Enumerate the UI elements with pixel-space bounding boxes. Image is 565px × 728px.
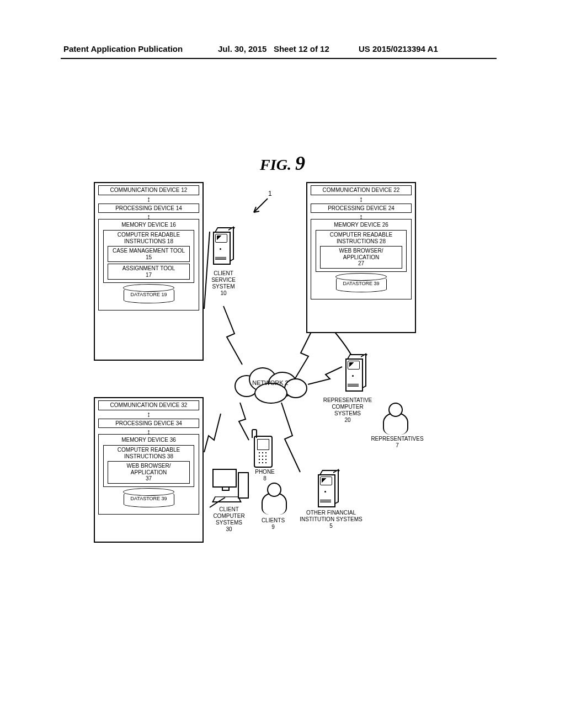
header-right: US 2015/0213394 A1 — [359, 44, 438, 53]
figure-number: 9 — [295, 152, 305, 174]
datastore-39b: DATASTORE 39 — [124, 496, 174, 501]
connector-icon: ↕ — [95, 215, 202, 219]
memory-device-16: MEMORY DEVICE 16 — [99, 221, 199, 229]
rep-tower-icon — [342, 353, 365, 392]
connector-icon: ↕ — [307, 215, 415, 219]
figure-title: FIG. 9 — [0, 152, 565, 175]
header-rule — [61, 58, 497, 59]
phone-label: PHONE 8 — [251, 469, 279, 482]
diagram-stage: 1 COMMUNICATION DEVICE 12 ↕ PROCESSING D… — [94, 182, 436, 552]
connector-icon: ↕ — [95, 430, 202, 434]
header-date: Jul. 30, 2015 — [218, 44, 266, 53]
other-fin-label: OTHER FINANCIAL INSTITUTION SYSTEMS 5 — [298, 510, 364, 529]
memory-device-16-wrap: MEMORY DEVICE 16 COMPUTER READABLE INSTR… — [98, 219, 199, 311]
datastore-39a: DATASTORE 39 — [337, 281, 386, 286]
memory-device-26: MEMORY DEVICE 26 — [311, 221, 411, 229]
datastore-19-icon: DATASTORE 19 — [124, 287, 174, 303]
rep-computer-system-box: COMMUNICATION DEVICE 22 ↕ PROCESSING DEV… — [306, 182, 416, 333]
processing-device-34: PROCESSING DEVICE 34 — [98, 419, 199, 429]
rep-computer-systems-label: REPRESENTATIVE COMPUTER SYSTEMS 20 — [320, 397, 375, 424]
instructions-28-wrap: COMPUTER READABLE INSTRUCTIONS 28 WEB BR… — [316, 230, 407, 272]
representatives-label: REPRESENTATIVES 7 — [370, 436, 425, 449]
processing-device-14: PROCESSING DEVICE 14 — [98, 204, 199, 213]
case-mgmt-tool-15: CASE MANAGEMENT TOOL 15 — [108, 246, 190, 262]
instructions-18: COMPUTER READABLE INSTRUCTIONS 18 — [106, 232, 191, 244]
client-service-system-label: CLIENT SERVICE SYSTEM 10 — [207, 270, 240, 297]
comm-device-32: COMMUNICATION DEVICE 32 — [98, 400, 199, 410]
client-service-tower-icon — [210, 226, 233, 265]
client-computer-system-box: COMMUNICATION DEVICE 32 ↕ PROCESSING DEV… — [94, 397, 204, 543]
connector-icon: ↕ — [95, 197, 202, 201]
connector-icon: ↕ — [307, 197, 415, 201]
web-browser-app-37: WEB BROWSER/ APPLICATION 37 — [108, 461, 190, 484]
comm-device-12: COMMUNICATION DEVICE 12 — [98, 185, 199, 195]
representative-person-icon — [381, 403, 408, 436]
network-cloud-icon: NETWORK 2 — [229, 364, 312, 403]
client-service-system-box: COMMUNICATION DEVICE 12 ↕ PROCESSING DEV… — [94, 182, 204, 361]
figure-label: FIG. — [260, 156, 291, 173]
instructions-38-wrap: COMPUTER READABLE INSTRUCTIONS 38 WEB BR… — [103, 445, 194, 487]
datastore-39a-icon: DATASTORE 39 — [336, 276, 387, 292]
client-desktop-icon — [212, 469, 251, 502]
datastore-19: DATASTORE 19 — [124, 292, 174, 297]
ref-number-1: 1 — [268, 190, 272, 197]
web-browser-app-27: WEB BROWSER/ APPLICATION 27 — [320, 246, 402, 269]
memory-device-36: MEMORY DEVICE 36 — [99, 436, 199, 444]
memory-device-26-wrap: MEMORY DEVICE 26 COMPUTER READABLE INSTR… — [311, 219, 412, 299]
client-computer-systems-label: CLIENT COMPUTER SYSTEMS 30 — [210, 506, 248, 533]
phone-icon — [254, 436, 273, 468]
clients-label: CLIENTS 9 — [259, 517, 287, 531]
processing-device-24: PROCESSING DEVICE 24 — [311, 204, 412, 213]
header-mid: Jul. 30, 2015 Sheet 12 of 12 — [218, 44, 329, 53]
connector-icon: ↕ — [95, 413, 202, 416]
instructions-18-wrap: COMPUTER READABLE INSTRUCTIONS 18 CASE M… — [103, 230, 194, 283]
datastore-39b-icon: DATASTORE 39 — [124, 491, 174, 507]
assignment-tool-17: ASSIGNMENT TOOL 17 — [108, 264, 190, 280]
header-left: Patent Application Publication — [63, 44, 183, 53]
instructions-38: COMPUTER READABLE INSTRUCTIONS 38 — [106, 447, 191, 459]
other-fin-tower-icon — [315, 469, 338, 507]
memory-device-36-wrap: MEMORY DEVICE 36 COMPUTER READABLE INSTR… — [98, 434, 199, 515]
client-person-icon — [259, 483, 287, 516]
network-label: NETWORK 2 — [229, 379, 312, 386]
instructions-28: COMPUTER READABLE INSTRUCTIONS 28 — [318, 232, 404, 244]
header-sheet: Sheet 12 of 12 — [274, 44, 329, 53]
comm-device-22: COMMUNICATION DEVICE 22 — [311, 185, 412, 195]
